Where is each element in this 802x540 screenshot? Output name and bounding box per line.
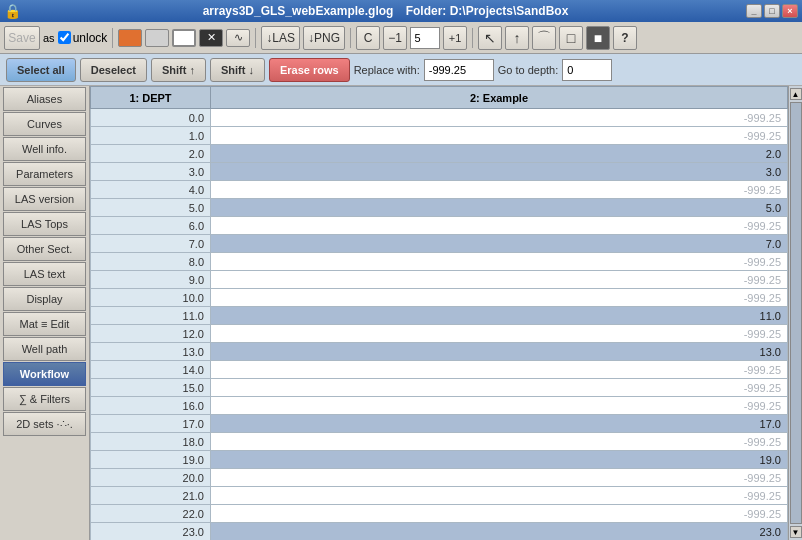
table-row[interactable]: 15.0-999.25: [91, 379, 788, 397]
fill-tool-button[interactable]: ■: [586, 26, 610, 50]
delete-btn[interactable]: ✕: [199, 29, 223, 47]
cell-value: -999.25: [211, 217, 788, 235]
select-all-button[interactable]: Select all: [6, 58, 76, 82]
table-row[interactable]: 13.013.0: [91, 343, 788, 361]
col-dept-header: 1: DEPT: [91, 87, 211, 109]
table-row[interactable]: 16.0-999.25: [91, 397, 788, 415]
save-button[interactable]: Save: [4, 26, 40, 50]
table-row[interactable]: 8.0-999.25: [91, 253, 788, 271]
window-controls[interactable]: _ □ ×: [746, 4, 798, 18]
unlock-checkbox[interactable]: [58, 31, 71, 44]
value-stepper[interactable]: [410, 27, 440, 49]
sidebar-item-las-text[interactable]: LAS text: [3, 262, 86, 286]
curve-tool-button[interactable]: ⌒: [532, 26, 556, 50]
rect-tool-button[interactable]: □: [559, 26, 583, 50]
pointer-tool-button[interactable]: ↖: [478, 26, 502, 50]
up-tool-button[interactable]: ↑: [505, 26, 529, 50]
sidebar-item-other-sect[interactable]: Other Sect.: [3, 237, 86, 261]
sidebar-item-mat--edit[interactable]: Mat ≡ Edit: [3, 312, 86, 336]
cell-value: 23.0: [211, 523, 788, 541]
sidebar-item-curves[interactable]: Curves: [3, 112, 86, 136]
sidebar-item---filters[interactable]: ∑ & Filters: [3, 387, 86, 411]
cell-depth: 2.0: [91, 145, 211, 163]
sidebar-item-2d-sets-[interactable]: 2D sets ·∴·.: [3, 412, 86, 436]
cell-value: 19.0: [211, 451, 788, 469]
table-row[interactable]: 21.0-999.25: [91, 487, 788, 505]
cell-depth: 1.0: [91, 127, 211, 145]
table-row[interactable]: 19.019.0: [91, 451, 788, 469]
plus1-button[interactable]: +1: [443, 26, 467, 50]
sidebar-item-aliases[interactable]: Aliases: [3, 87, 86, 111]
deselect-button[interactable]: Deselect: [80, 58, 147, 82]
cell-value: -999.25: [211, 433, 788, 451]
table-row[interactable]: 3.03.0: [91, 163, 788, 181]
cell-depth: 13.0: [91, 343, 211, 361]
cell-value: -999.25: [211, 361, 788, 379]
shift-up-button[interactable]: Shift ↑: [151, 58, 206, 82]
sidebar-item-parameters[interactable]: Parameters: [3, 162, 86, 186]
close-button[interactable]: ×: [782, 4, 798, 18]
table-row[interactable]: 12.0-999.25: [91, 325, 788, 343]
table-row[interactable]: 6.0-999.25: [91, 217, 788, 235]
unlock-check[interactable]: unlock: [58, 31, 108, 45]
cell-depth: 0.0: [91, 109, 211, 127]
sidebar-item-las-version[interactable]: LAS version: [3, 187, 86, 211]
scrollbar[interactable]: ▲ ▼: [788, 86, 802, 540]
cell-value: 2.0: [211, 145, 788, 163]
lock-icon: 🔒: [4, 3, 21, 19]
cell-value: -999.25: [211, 325, 788, 343]
minus1-button[interactable]: −1: [383, 26, 407, 50]
replace-with-label: Replace with:: [354, 64, 420, 76]
cell-value: -999.25: [211, 289, 788, 307]
cell-value: -999.25: [211, 487, 788, 505]
table-row[interactable]: 14.0-999.25: [91, 361, 788, 379]
cell-value: 3.0: [211, 163, 788, 181]
table-row[interactable]: 7.07.0: [91, 235, 788, 253]
table-row[interactable]: 23.023.0: [91, 523, 788, 541]
data-area: 1: DEPT 2: Example 0.0-999.251.0-999.252…: [90, 86, 788, 540]
maximize-button[interactable]: □: [764, 4, 780, 18]
curve-btn[interactable]: ∿: [226, 29, 250, 47]
cell-depth: 17.0: [91, 415, 211, 433]
cell-depth: 7.0: [91, 235, 211, 253]
shift-down-button[interactable]: Shift ↓: [210, 58, 265, 82]
color-btn-orange[interactable]: [118, 29, 142, 47]
png-download-button[interactable]: ↓PNG: [303, 26, 345, 50]
c-button[interactable]: C: [356, 26, 380, 50]
table-row[interactable]: 20.0-999.25: [91, 469, 788, 487]
table-row[interactable]: 0.0-999.25: [91, 109, 788, 127]
erase-rows-button[interactable]: Erase rows: [269, 58, 350, 82]
cell-depth: 18.0: [91, 433, 211, 451]
sidebar-item-well-info[interactable]: Well info.: [3, 137, 86, 161]
cell-value: 5.0: [211, 199, 788, 217]
sidebar-item-las-tops[interactable]: LAS Tops: [3, 212, 86, 236]
go-to-depth-input[interactable]: [562, 59, 612, 81]
las-download-button[interactable]: ↓LAS: [261, 26, 300, 50]
table-row[interactable]: 22.0-999.25: [91, 505, 788, 523]
table-container[interactable]: 1: DEPT 2: Example 0.0-999.251.0-999.252…: [90, 86, 788, 540]
table-row[interactable]: 2.02.0: [91, 145, 788, 163]
table-row[interactable]: 1.0-999.25: [91, 127, 788, 145]
scroll-up-arrow[interactable]: ▲: [790, 88, 802, 100]
scroll-thumb[interactable]: [790, 102, 802, 524]
table-row[interactable]: 5.05.0: [91, 199, 788, 217]
cell-value: 17.0: [211, 415, 788, 433]
table-row[interactable]: 11.011.0: [91, 307, 788, 325]
replace-with-input[interactable]: [424, 59, 494, 81]
help-button[interactable]: ?: [613, 26, 637, 50]
table-row[interactable]: 18.0-999.25: [91, 433, 788, 451]
table-row[interactable]: 4.0-999.25: [91, 181, 788, 199]
table-row[interactable]: 17.017.0: [91, 415, 788, 433]
table-row[interactable]: 10.0-999.25: [91, 289, 788, 307]
as-label: as: [43, 32, 55, 44]
table-row[interactable]: 9.0-999.25: [91, 271, 788, 289]
sidebar-item-display[interactable]: Display: [3, 287, 86, 311]
main-layout: AliasesCurvesWell info.ParametersLAS ver…: [0, 86, 802, 540]
cell-value: -999.25: [211, 469, 788, 487]
color-btn-white[interactable]: [172, 29, 196, 47]
sidebar-item-workflow[interactable]: Workflow: [3, 362, 86, 386]
scroll-down-arrow[interactable]: ▼: [790, 526, 802, 538]
sidebar-item-well-path[interactable]: Well path: [3, 337, 86, 361]
color-btn-gray[interactable]: [145, 29, 169, 47]
minimize-button[interactable]: _: [746, 4, 762, 18]
